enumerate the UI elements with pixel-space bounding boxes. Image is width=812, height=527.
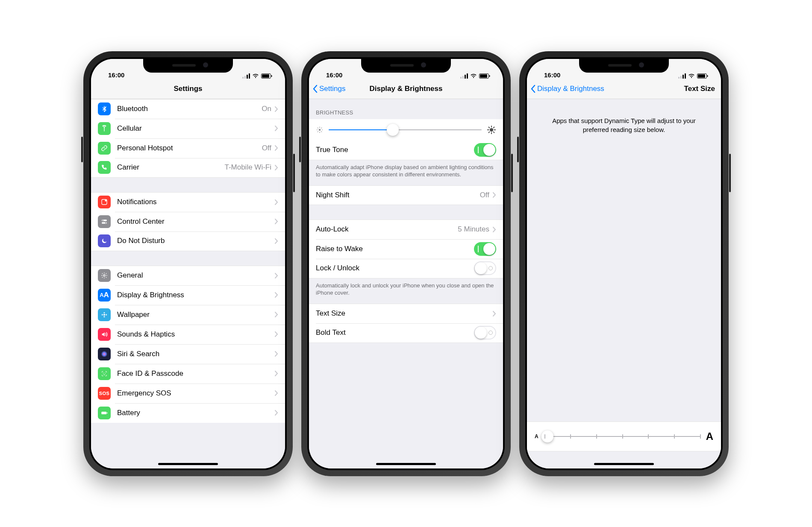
svg-point-17 xyxy=(103,316,105,317)
row-raise-to-wake[interactable]: Raise to Wake xyxy=(309,239,503,259)
true-tone-switch[interactable] xyxy=(474,143,496,157)
iphone-frame: 16:00 Display & Brightness Text Size App… xyxy=(519,51,729,476)
bold-text-switch[interactable] xyxy=(474,326,496,340)
row-sounds-haptics[interactable]: Sounds & Haptics xyxy=(91,325,285,344)
svg-line-49 xyxy=(494,127,494,128)
row-face-id-passcode[interactable]: Face ID & Passcode xyxy=(91,364,285,384)
svg-rect-2 xyxy=(247,75,248,79)
svg-rect-55 xyxy=(698,74,705,78)
battery-icon xyxy=(479,73,490,79)
row-emergency-sos[interactable]: SOSEmergency SOS xyxy=(91,384,285,403)
slider-thumb[interactable] xyxy=(387,124,399,136)
row-general[interactable]: General xyxy=(91,266,285,285)
svg-rect-23 xyxy=(101,412,106,414)
home-indicator[interactable] xyxy=(158,463,218,465)
row-night-shift[interactable]: Night Shift Off xyxy=(309,185,503,205)
chevron-right-icon xyxy=(275,390,278,396)
row-lock-unlock[interactable]: Lock / Unlock xyxy=(309,259,503,278)
svg-point-19 xyxy=(106,314,107,315)
svg-rect-5 xyxy=(262,74,269,78)
slider-tick xyxy=(596,434,597,439)
row-siri-search[interactable]: Siri & Search xyxy=(91,344,285,364)
row-personal-hotspot[interactable]: Personal HotspotOff xyxy=(91,138,285,158)
text-size-content[interactable]: Apps that support Dynamic Type will adju… xyxy=(527,99,721,468)
slider-tick xyxy=(622,434,623,439)
chevron-right-icon xyxy=(275,126,278,131)
bluetooth-icon xyxy=(98,102,111,115)
chevron-right-icon xyxy=(493,311,496,316)
page-title: Display & Brightness xyxy=(370,85,443,93)
svg-rect-25 xyxy=(460,77,462,79)
section-footer-lockunlock: Automatically lock and unlock your iPhon… xyxy=(309,278,503,304)
row-true-tone[interactable]: True Tone xyxy=(309,141,503,160)
slider-thumb[interactable] xyxy=(541,430,553,442)
chevron-right-icon xyxy=(275,238,278,244)
slider-tick xyxy=(570,434,571,439)
svg-rect-28 xyxy=(467,73,468,79)
page-title: Settings xyxy=(174,85,202,93)
svg-point-22 xyxy=(105,372,106,373)
text-size-slider[interactable] xyxy=(544,436,700,437)
slider-tick xyxy=(700,434,701,439)
row-wallpaper[interactable]: Wallpaper xyxy=(91,305,285,325)
row-label: Text Size xyxy=(316,309,345,318)
brightness-slider-row xyxy=(309,119,503,141)
nav-bar: Display & Brightness Text Size xyxy=(527,79,721,99)
chevron-left-icon xyxy=(530,85,535,93)
svg-line-48 xyxy=(488,132,489,132)
svg-point-13 xyxy=(105,222,106,223)
row-label: Lock / Unlock xyxy=(316,264,359,272)
chevron-right-icon xyxy=(275,145,278,151)
row-label: Raise to Wake xyxy=(316,245,363,253)
volume-icon xyxy=(98,328,111,341)
svg-rect-51 xyxy=(680,76,682,79)
svg-point-15 xyxy=(103,314,105,316)
lock-unlock-switch[interactable] xyxy=(474,261,496,275)
home-indicator[interactable] xyxy=(376,463,436,465)
row-auto-lock[interactable]: Auto-Lock 5 Minutes xyxy=(309,220,503,239)
nav-bar: Settings xyxy=(91,79,285,99)
slider-tick xyxy=(648,434,649,439)
back-button[interactable]: Settings xyxy=(312,85,345,93)
row-bluetooth[interactable]: BluetoothOn xyxy=(91,99,285,119)
row-do-not-disturb[interactable]: Do Not Disturb xyxy=(91,231,285,251)
row-display-brightness[interactable]: AADisplay & Brightness xyxy=(91,285,285,305)
row-value: 5 Minutes xyxy=(458,225,489,234)
brightness-slider[interactable] xyxy=(329,129,482,130)
row-label: Control Center xyxy=(117,217,165,226)
row-control-center[interactable]: Control Center xyxy=(91,212,285,231)
aa-icon: AA xyxy=(98,289,111,302)
row-cellular[interactable]: Cellular xyxy=(91,119,285,138)
row-label: Bold Text xyxy=(316,328,346,337)
svg-line-46 xyxy=(488,127,489,128)
nav-bar: Settings Display & Brightness xyxy=(309,79,503,99)
row-value: Off xyxy=(262,144,271,152)
svg-line-47 xyxy=(494,132,494,132)
back-button[interactable]: Display & Brightness xyxy=(530,85,604,93)
row-label: Do Not Disturb xyxy=(117,237,165,245)
toggles-icon xyxy=(98,215,111,228)
row-bold-text[interactable]: Bold Text xyxy=(309,323,503,343)
svg-rect-27 xyxy=(465,75,466,79)
svg-point-16 xyxy=(103,312,105,313)
row-battery[interactable]: Battery xyxy=(91,403,285,423)
row-text-size[interactable]: Text Size xyxy=(309,304,503,323)
chevron-right-icon xyxy=(275,371,278,376)
chevron-right-icon xyxy=(275,351,278,357)
chevron-right-icon xyxy=(275,312,278,317)
chevron-right-icon xyxy=(275,106,278,112)
display-brightness-content[interactable]: BRIGHTNESS True Tone Automatically adapt… xyxy=(309,99,503,468)
row-value: On xyxy=(262,105,271,113)
raise-to-wake-switch[interactable] xyxy=(474,242,496,256)
row-carrier[interactable]: CarrierT-Mobile Wi-Fi xyxy=(91,158,285,178)
chevron-right-icon xyxy=(275,292,278,298)
status-icons xyxy=(242,73,272,79)
notch xyxy=(143,59,233,73)
cellular-icon xyxy=(678,73,686,79)
home-indicator[interactable] xyxy=(594,463,654,465)
settings-list[interactable]: BluetoothOnCellularPersonal HotspotOffCa… xyxy=(91,99,285,468)
status-icons xyxy=(678,73,708,79)
svg-line-39 xyxy=(318,131,318,132)
row-notifications[interactable]: Notifications xyxy=(91,192,285,212)
row-label: Siri & Search xyxy=(117,350,159,358)
